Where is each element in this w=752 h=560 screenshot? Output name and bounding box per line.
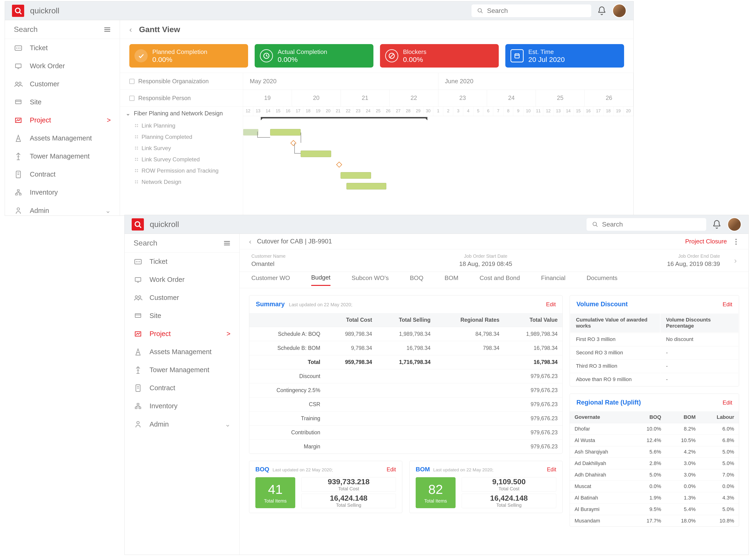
table-row: Margin979,676.23: [249, 440, 562, 454]
edit-link[interactable]: Edit: [387, 466, 396, 473]
sidebar-item-tower-management[interactable]: Tower Management: [124, 361, 239, 379]
tab-budget[interactable]: Budget: [311, 274, 330, 286]
sidebar-item-project[interactable]: Project>: [5, 111, 120, 129]
sidebar-item-site[interactable]: Site: [124, 307, 239, 325]
checkbox-icon[interactable]: [129, 96, 134, 101]
sidebar-item-tower-management[interactable]: Tower Management: [5, 147, 120, 165]
sidebar-item-contract[interactable]: Contract: [124, 379, 239, 397]
search-input[interactable]: [602, 221, 700, 228]
edit-link[interactable]: Edit: [723, 301, 732, 308]
svg-point-14: [19, 82, 21, 84]
tab-documents[interactable]: Documents: [586, 274, 618, 285]
sidebar-item-inventory[interactable]: Inventory: [124, 397, 239, 415]
bell-icon[interactable]: [712, 220, 721, 229]
sidebar-item-customer[interactable]: Customer: [5, 75, 120, 93]
gantt-task[interactable]: Link Survey: [120, 143, 243, 154]
table-row: Above than RO 9 million-: [570, 373, 738, 386]
checkbox-icon[interactable]: [129, 79, 134, 84]
tab-financial[interactable]: Financial: [541, 274, 565, 285]
global-search[interactable]: [471, 4, 591, 17]
sidebar-search[interactable]: Search: [124, 234, 239, 253]
sidebar-icon: [134, 276, 142, 283]
sidebar-item-ticket[interactable]: Ticket: [124, 253, 239, 271]
summary-table: Total CostTotal SellingRegional RatesTot…: [249, 313, 562, 454]
tab-boq[interactable]: BOQ: [410, 274, 423, 285]
back-icon[interactable]: ‹: [129, 25, 132, 34]
svg-line-36: [390, 54, 393, 58]
card-planned[interactable]: Planned Completion0.00%: [129, 44, 248, 67]
week-label: 19: [243, 90, 292, 106]
day-label: 13: [554, 107, 563, 116]
global-search[interactable]: [586, 218, 706, 231]
svg-rect-11: [16, 64, 21, 67]
sidebar-item-project[interactable]: Project>: [124, 325, 239, 343]
back-icon[interactable]: ‹: [249, 238, 251, 245]
gantt-task[interactable]: Link Planning: [120, 120, 243, 131]
gantt-bar[interactable]: [346, 183, 386, 189]
card-est-time[interactable]: Est. Time20 Jul 2020: [505, 44, 624, 67]
bell-icon[interactable]: [597, 6, 606, 16]
svg-rect-56: [135, 314, 141, 317]
svg-point-74: [137, 421, 139, 424]
sidebar-item-site[interactable]: Site: [5, 93, 120, 111]
tab-bom[interactable]: BOM: [445, 274, 458, 285]
sidebar-item-admin[interactable]: Admin⌄: [124, 415, 239, 433]
sidebar-item-label: Contract: [150, 384, 175, 392]
avatar[interactable]: [612, 4, 626, 18]
gantt-timeline[interactable]: May 2020 June 2020 1920212223242526 1213…: [243, 73, 634, 216]
drag-icon: [135, 180, 138, 184]
tab-customer-wo[interactable]: Customer WO: [251, 274, 290, 285]
edit-link[interactable]: Edit: [547, 466, 556, 473]
chevron-right-icon[interactable]: ›: [734, 256, 737, 265]
sidebar-item-inventory[interactable]: Inventory: [5, 183, 120, 201]
menu-icon[interactable]: [104, 27, 111, 32]
gantt-bar[interactable]: [243, 129, 258, 136]
svg-rect-15: [16, 100, 21, 104]
sidebar-item-customer[interactable]: Customer: [124, 289, 239, 307]
tab-cost-and-bond[interactable]: Cost and Bond: [480, 274, 520, 285]
app-logo[interactable]: [12, 5, 24, 17]
panel-title: Summary: [256, 301, 285, 308]
card-blockers[interactable]: Blockers0.00%: [380, 44, 499, 67]
sidebar-search-label: Search: [134, 239, 157, 247]
gantt-task[interactable]: Link Survey Completed: [120, 154, 243, 165]
sidebar-item-label: Assets Management: [30, 134, 92, 142]
gantt-bar[interactable]: [270, 129, 301, 136]
sidebar-item-ticket[interactable]: Ticket: [5, 39, 120, 57]
gantt-filter-org[interactable]: Responsible Organaization: [120, 73, 243, 90]
app-logo[interactable]: [132, 218, 144, 231]
sidebar-item-contract[interactable]: Contract: [5, 165, 120, 183]
menu-icon[interactable]: [224, 240, 230, 246]
gantt-bar[interactable]: [301, 151, 331, 157]
sidebar-item-work-order[interactable]: Work Order: [5, 57, 120, 75]
gantt-group[interactable]: ⌄Fiber Planing and Network Design: [120, 107, 243, 120]
svg-line-42: [139, 226, 141, 228]
svg-rect-52: [135, 277, 141, 281]
tab-subcon-wo-s[interactable]: Subcon WO's: [352, 274, 389, 285]
milestone-icon[interactable]: [336, 162, 342, 167]
more-icon[interactable]: ⋮: [733, 237, 739, 245]
sidebar-icon: [14, 80, 23, 88]
sidebar-icon: [14, 189, 23, 196]
sidebar: Search TicketWork OrderCustomerSiteProje…: [124, 234, 239, 555]
sidebar-icon: [134, 258, 142, 265]
gantt-task[interactable]: Planning Completed: [120, 131, 243, 143]
avatar[interactable]: [727, 217, 741, 232]
sidebar-item-assets-management[interactable]: Assets Management: [5, 129, 120, 147]
card-actual[interactable]: Actual Completion0.00%: [255, 44, 373, 67]
search-input[interactable]: [487, 7, 585, 15]
sidebar-item-admin[interactable]: Admin⌄: [5, 201, 120, 216]
week-label: 26: [585, 90, 634, 106]
week-label: 21: [341, 90, 390, 106]
gantt-bar[interactable]: [341, 172, 371, 179]
edit-link[interactable]: Edit: [723, 399, 732, 406]
gantt-filter-person[interactable]: Responsible Person: [120, 90, 243, 107]
sidebar-item-assets-management[interactable]: Assets Management: [124, 343, 239, 361]
edit-link[interactable]: Edit: [546, 301, 556, 308]
project-closure-link[interactable]: Project Closure: [685, 238, 727, 245]
sidebar-item-work-order[interactable]: Work Order: [124, 271, 239, 289]
week-label: 25: [536, 90, 585, 106]
gantt-task[interactable]: ROW Permission and Tracking: [120, 165, 243, 176]
gantt-task[interactable]: Network Design: [120, 176, 243, 187]
sidebar-search[interactable]: Search: [5, 20, 120, 39]
